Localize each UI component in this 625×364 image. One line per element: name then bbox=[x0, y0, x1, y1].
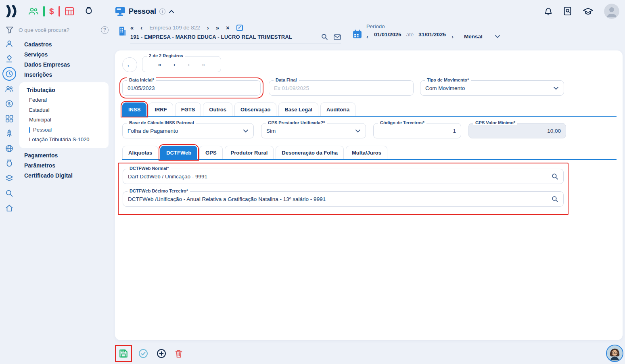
tab-outros[interactable]: Outros bbox=[203, 103, 232, 116]
subtab-multa-juros[interactable]: Multa/Juros bbox=[346, 146, 387, 159]
dctfweb-decimo-terceiro-input[interactable] bbox=[128, 196, 552, 202]
confirm-check-button[interactable] bbox=[138, 349, 148, 358]
layers-icon[interactable] bbox=[5, 174, 14, 183]
record-first-button[interactable]: « bbox=[158, 61, 161, 68]
dctfweb-normal-input[interactable] bbox=[128, 174, 552, 180]
record-prev-button[interactable]: ‹ bbox=[173, 61, 176, 68]
data-inicial-field[interactable]: Data Inicial* bbox=[122, 80, 261, 96]
money-bag-icon[interactable] bbox=[84, 6, 93, 16]
tab-fgts[interactable]: FGTS bbox=[175, 103, 201, 116]
sidebar-item-cadastros[interactable]: Cadastros bbox=[19, 40, 115, 50]
tab-observacao[interactable]: Observação bbox=[234, 103, 276, 116]
save-button[interactable] bbox=[117, 347, 130, 360]
data-final-input[interactable] bbox=[274, 85, 408, 91]
subtab-desoneracao[interactable]: Desoneração da Folha bbox=[276, 146, 344, 159]
spreadsheet-icon[interactable] bbox=[65, 7, 74, 16]
mail-envelope-icon[interactable] bbox=[334, 34, 341, 40]
company-next-button[interactable]: › bbox=[207, 24, 209, 31]
delete-trash-button[interactable] bbox=[175, 349, 183, 358]
home-icon[interactable] bbox=[5, 204, 14, 213]
back-button[interactable]: ← bbox=[122, 57, 137, 72]
people-icon[interactable] bbox=[5, 84, 14, 93]
company-last-button[interactable]: » bbox=[216, 24, 219, 31]
company-search-icon[interactable] bbox=[321, 33, 328, 40]
tab-irrf[interactable]: IRRF bbox=[148, 103, 173, 116]
sidebar-item-parametros[interactable]: Parâmetros bbox=[19, 161, 115, 171]
period-end-date[interactable]: 31/01/2025 bbox=[418, 31, 446, 38]
gps-prestador-label: GPS Prestador Unificada?* bbox=[266, 120, 327, 125]
add-new-button[interactable] bbox=[157, 349, 166, 358]
sidebar-item-dados-empresas[interactable]: Dados Empresas bbox=[19, 60, 115, 70]
active-module-ring[interactable] bbox=[2, 67, 16, 81]
tipo-movimento-select[interactable]: Tipo de Movimento* Com Movimento bbox=[420, 80, 564, 96]
benefits-hand-icon[interactable] bbox=[5, 54, 14, 63]
modules-grid-icon[interactable] bbox=[5, 114, 14, 123]
notifications-bell-icon[interactable] bbox=[544, 6, 553, 16]
sidebar-item-municipal[interactable]: Municipal bbox=[25, 115, 105, 125]
search-icon[interactable] bbox=[5, 189, 14, 198]
sidebar-item-lotacao-tributaria[interactable]: Lotação Tributária S-1020 bbox=[25, 135, 105, 145]
tab-auditoria[interactable]: Auditoria bbox=[320, 103, 355, 116]
help-icon[interactable]: ? bbox=[101, 26, 109, 34]
sidebar-item-label: Lotação Tributária S-1020 bbox=[29, 135, 90, 145]
person-icon[interactable] bbox=[5, 40, 14, 48]
sidebar-item-estadual[interactable]: Estadual bbox=[25, 105, 105, 115]
codigo-terceiros-input[interactable] bbox=[378, 128, 456, 134]
filter-funnel-icon[interactable] bbox=[6, 26, 14, 34]
graduation-cap-icon[interactable] bbox=[583, 7, 594, 16]
sidebar-item-certificado-digital[interactable]: Certificado Digital bbox=[19, 171, 115, 181]
audit-file-search-icon[interactable] bbox=[563, 6, 572, 16]
user-avatar[interactable] bbox=[604, 4, 619, 19]
assistant-avatar[interactable] bbox=[606, 345, 623, 362]
company-prev-button[interactable]: ‹ bbox=[140, 24, 142, 31]
app-logo-icon[interactable] bbox=[5, 5, 19, 17]
company-name: 191 - EMPRESA - MAKRO EDUCA - LUCRO REAL… bbox=[130, 34, 292, 40]
period-next-button[interactable]: › bbox=[452, 33, 454, 40]
data-final-field[interactable]: Data Final bbox=[269, 80, 414, 96]
codigo-terceiros-field[interactable]: Código de Terceiros* bbox=[373, 123, 461, 138]
lookup-search-icon[interactable] bbox=[552, 196, 558, 203]
collapse-chevron-up-icon[interactable] bbox=[169, 10, 174, 13]
period-frequency-select[interactable]: Mensal bbox=[464, 33, 483, 40]
tributacao-submenu: Tributação Federal Estadual Municipal Pe… bbox=[19, 82, 109, 148]
dollar-circle-icon[interactable]: $ bbox=[5, 99, 14, 108]
subtab-dctfweb[interactable]: DCTFWeb bbox=[160, 146, 197, 159]
company-clear-button[interactable]: × bbox=[226, 24, 230, 31]
period-label: Período bbox=[366, 23, 500, 29]
data-inicial-input[interactable] bbox=[128, 85, 255, 91]
chevron-down-icon bbox=[355, 129, 361, 133]
lookup-search-icon[interactable] bbox=[552, 173, 558, 180]
taxes-money-icon[interactable] bbox=[5, 159, 14, 168]
sidebar-item-federal[interactable]: Federal bbox=[25, 95, 105, 105]
period-start-date[interactable]: 01/01/2025 bbox=[374, 31, 401, 38]
record-next-button[interactable]: › bbox=[188, 61, 190, 68]
codigo-terceiros-label: Código de Terceiros* bbox=[378, 120, 426, 125]
company-checkbox[interactable]: ✓ bbox=[236, 25, 243, 31]
sidebar-item-inscricoes[interactable]: Inscrições bbox=[19, 70, 115, 80]
period-frequency-chevron-down-icon[interactable] bbox=[495, 35, 500, 38]
subtab-aliquotas[interactable]: Alíquotas bbox=[122, 146, 158, 159]
sidebar-item-servicos[interactable]: Serviços bbox=[19, 50, 115, 60]
dctfweb-decimo-terceiro-field[interactable]: DCTFWeb Décimo Terceiro* bbox=[123, 191, 564, 207]
company-first-button[interactable]: « bbox=[130, 24, 134, 31]
sidebar-search-input[interactable] bbox=[19, 27, 96, 33]
info-icon[interactable]: i bbox=[159, 8, 165, 15]
record-last-button[interactable]: » bbox=[202, 61, 205, 68]
action-toolbar bbox=[117, 347, 183, 360]
base-calculo-select[interactable]: Base de Cálculo INSS Patronal Folha de P… bbox=[122, 123, 254, 138]
period-prev-button[interactable]: ‹ bbox=[366, 33, 368, 40]
tab-inss[interactable]: INSS bbox=[122, 103, 146, 116]
sidebar-item-pagamentos[interactable]: Pagamentos bbox=[19, 151, 115, 161]
team-icon[interactable] bbox=[28, 7, 39, 16]
sidebar-item-tributacao[interactable]: Tributação bbox=[25, 85, 105, 95]
gps-prestador-select[interactable]: GPS Prestador Unificada?* Sim bbox=[261, 123, 366, 138]
sidebar-item-pessoal[interactable]: Pessoal bbox=[25, 125, 105, 135]
tab-base-legal[interactable]: Base Legal bbox=[278, 103, 318, 116]
billing-dollar-icon[interactable]: $ bbox=[49, 6, 54, 16]
rocket-icon[interactable] bbox=[5, 129, 14, 138]
subtab-produtor-rural[interactable]: Produtor Rural bbox=[225, 146, 274, 159]
dctfweb-normal-field[interactable]: DCTFWeb Normal* bbox=[123, 169, 564, 184]
globe-icon[interactable] bbox=[5, 144, 14, 153]
page-title: Pessoal i bbox=[115, 0, 174, 23]
subtab-gps[interactable]: GPS bbox=[199, 146, 222, 159]
